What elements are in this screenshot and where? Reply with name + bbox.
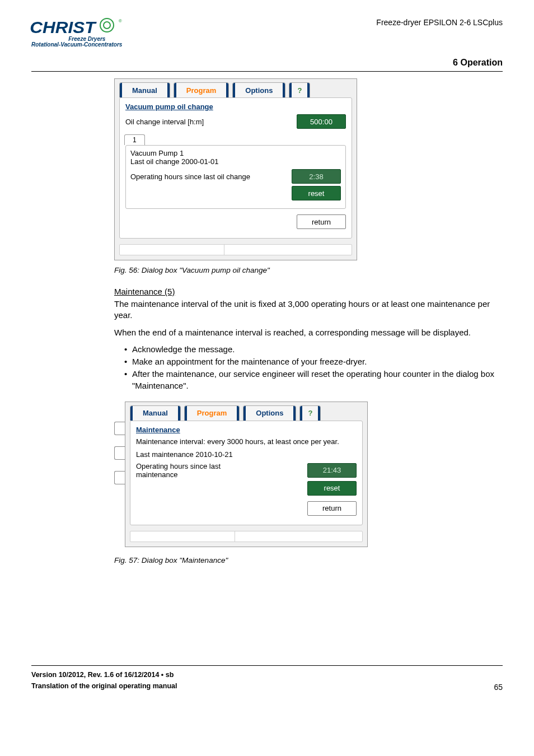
tab-options[interactable]: Options bbox=[232, 82, 285, 97]
figure-56-caption: Fig. 56: Dialog box "Vacuum pump oil cha… bbox=[114, 266, 500, 274]
reset-button[interactable]: reset bbox=[292, 186, 341, 200]
status-bar bbox=[119, 244, 352, 255]
pump-tab-1[interactable]: 1 bbox=[124, 134, 145, 145]
side-tab-icon[interactable] bbox=[114, 422, 126, 435]
footer-version: Version 10/2012, Rev. 1.6 of 16/12/2014 … bbox=[31, 669, 177, 680]
logo-mark-icon bbox=[100, 18, 114, 32]
maintenance-para-1: The maintenance interval of the unit is … bbox=[114, 298, 500, 321]
brand-logo: CHRIST ® Freeze Dryers Rotational-Vacuum… bbox=[31, 18, 122, 48]
return-button[interactable]: return bbox=[297, 214, 346, 229]
oil-interval-label: Oil change interval [h:m] bbox=[125, 118, 204, 126]
maintenance-subheading: Maintenance (5) bbox=[114, 287, 500, 296]
dialog-vacuum-oil-change: Manual Program Options ? Vacuum pump oil… bbox=[114, 78, 357, 260]
logo-wordmark: CHRIST bbox=[30, 18, 95, 37]
dialog-title: Maintenance bbox=[136, 426, 357, 434]
tab-manual[interactable]: Manual bbox=[119, 82, 170, 97]
bullet-3: After the maintenance, our service engin… bbox=[124, 368, 500, 391]
op-hours-value: 21:43 bbox=[307, 463, 357, 478]
op-hours-label: Operating hours since last maintenance bbox=[136, 462, 248, 479]
status-bar bbox=[130, 531, 363, 542]
last-maintenance: Last maintenance 2010-10-21 bbox=[136, 450, 357, 459]
section-heading: 6 Operation bbox=[31, 58, 503, 68]
side-tab-icon[interactable] bbox=[114, 471, 126, 484]
dialog-title: Vacuum pump oil change bbox=[125, 102, 346, 111]
tab-program[interactable]: Program bbox=[184, 405, 240, 421]
pump-name: Vacuum Pump 1 bbox=[130, 149, 341, 157]
dialog-maintenance: Manual Program Options ? Maintenance Mai… bbox=[125, 402, 368, 547]
figure-57-caption: Fig. 57: Dialog box "Maintenance" bbox=[114, 556, 500, 564]
tab-help[interactable]: ? bbox=[289, 82, 310, 97]
page-number: 65 bbox=[494, 683, 503, 692]
last-oil-change: Last oil change 2000-01-01 bbox=[130, 157, 341, 166]
side-tab-icon[interactable] bbox=[114, 446, 126, 460]
product-line: Freeze-dryer EPSILON 2-6 LSCplus bbox=[376, 18, 503, 27]
tab-program[interactable]: Program bbox=[174, 82, 229, 97]
oil-interval-value[interactable]: 500:00 bbox=[297, 114, 346, 129]
logo-subtitle-2: Rotational-Vacuum-Concentrators bbox=[31, 41, 122, 48]
maintenance-para-2: When the end of a maintenance interval i… bbox=[114, 327, 500, 338]
op-hours-label: Operating hours since last oil change bbox=[130, 172, 250, 181]
tab-manual[interactable]: Manual bbox=[130, 405, 181, 421]
tab-help[interactable]: ? bbox=[299, 405, 321, 421]
footer-translation: Translation of the original operating ma… bbox=[31, 680, 177, 692]
maintenance-interval-text: Maintenance interval: every 3000 hours, … bbox=[136, 437, 357, 446]
bullet-2: Make an appointment for the maintenance … bbox=[124, 356, 500, 367]
tab-options[interactable]: Options bbox=[243, 405, 296, 421]
reset-button[interactable]: reset bbox=[307, 481, 357, 496]
return-button[interactable]: return bbox=[307, 501, 357, 516]
op-hours-value: 2:38 bbox=[292, 169, 341, 184]
bullet-1: Acknowledge the message. bbox=[124, 344, 500, 355]
